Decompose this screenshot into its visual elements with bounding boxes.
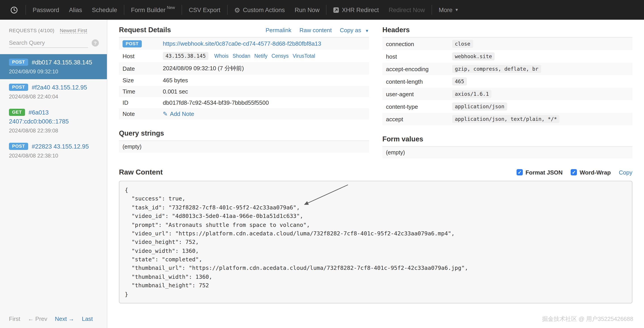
- gear-icon: ⚙: [234, 7, 240, 13]
- method-badge: POST: [122, 40, 142, 48]
- request-list-item[interactable]: POST #f2a40 43.155.12.95 2024/08/08 22:4…: [0, 79, 107, 104]
- table-row: content-length 465: [382, 75, 632, 88]
- search-row: ?: [0, 34, 107, 53]
- copy-button[interactable]: Copy: [619, 169, 632, 176]
- request-title: #6a013: [28, 109, 49, 116]
- nav-item-custom-actions[interactable]: ⚙ Custom Actions: [229, 7, 290, 13]
- top-navbar: Password Alias Schedule Form BuilderNew …: [0, 0, 644, 20]
- request-history-button[interactable]: [4, 6, 24, 14]
- word-wrap-checkbox[interactable]: [571, 169, 577, 175]
- table-row: Date 2024/08/09 09:32:10 (7 分钟前): [119, 62, 369, 75]
- virustotal-link[interactable]: VirusTotal: [293, 53, 315, 59]
- request-list-item[interactable]: POST #22823 43.155.12.95 2024/08/08 22:3…: [0, 138, 107, 163]
- watermark-text: 掘金技术社区 @ 用户35225426688: [542, 315, 633, 323]
- request-title: #f2a40 43.155.12.95: [32, 84, 87, 91]
- nav-divider: [227, 5, 228, 15]
- header-value: 465: [452, 77, 467, 86]
- nav-item-redirect-now[interactable]: Redirect Now: [384, 7, 430, 13]
- word-wrap-toggle[interactable]: Word-Wrap: [571, 169, 611, 176]
- format-json-checkbox[interactable]: [516, 169, 523, 175]
- nav-divider: [26, 5, 26, 15]
- table-row: Time 0.001 sec: [119, 86, 369, 97]
- nav-divider: [182, 5, 182, 15]
- add-note-button[interactable]: ✎Add Note: [163, 111, 194, 117]
- main-content: Request Details Permalink Raw content Co…: [107, 20, 644, 328]
- table-row: accept application/json, text/plain, */*: [382, 113, 632, 125]
- table-row: user-agent axios/1.6.1: [382, 88, 632, 100]
- id-label: ID: [119, 97, 159, 108]
- nav-item-run-now[interactable]: Run Now: [290, 7, 324, 13]
- date-label: Date: [119, 62, 159, 75]
- xhr-redirect-icon: [334, 7, 339, 13]
- nav-item-form-builder[interactable]: Form BuilderNew: [126, 7, 180, 13]
- app-root: Password Alias Schedule Form BuilderNew …: [0, 0, 644, 328]
- requests-counter: REQUESTS (4/100): [9, 28, 54, 33]
- request-details-title: Request Details: [119, 26, 171, 34]
- header-value: application/json: [452, 103, 507, 111]
- method-badge: POST: [9, 143, 28, 150]
- search-input[interactable]: [9, 38, 88, 48]
- request-list-item[interactable]: GET #6a013 2407:cdc0:b006::1785 2024/08/…: [0, 104, 107, 138]
- form-builder-label: Form Builder: [131, 7, 166, 13]
- table-row: connection close: [382, 38, 632, 50]
- method-badge: POST: [9, 84, 28, 91]
- note-label: Note: [119, 108, 159, 120]
- request-title: #db017 43.155.38.145: [32, 59, 92, 66]
- custom-actions-label: Custom Actions: [243, 7, 285, 13]
- netify-link[interactable]: Netify: [254, 53, 268, 59]
- request-list: POST #db017 43.155.38.145 2024/08/09 09:…: [0, 54, 107, 163]
- help-icon[interactable]: ?: [92, 39, 99, 47]
- header-name: connection: [382, 38, 448, 50]
- nav-item-password[interactable]: Password: [28, 7, 64, 13]
- nav-item-schedule[interactable]: Schedule: [87, 7, 122, 13]
- header-name: user-agent: [382, 88, 448, 100]
- sort-order-toggle[interactable]: Newest First: [60, 28, 87, 34]
- request-details-table: POST https://webhook.site/0c87ca0e-cd74-…: [119, 38, 369, 120]
- format-json-label: Format JSON: [526, 169, 562, 176]
- nav-item-more[interactable]: More ▼: [434, 7, 464, 13]
- whois-link[interactable]: Whois: [214, 53, 228, 59]
- query-strings-title: Query strings: [119, 129, 164, 137]
- copy-as-dropdown[interactable]: Copy as ▼: [340, 27, 369, 34]
- word-wrap-label: Word-Wrap: [580, 169, 611, 176]
- headers-table: connection close host webhook.site accep…: [382, 38, 632, 125]
- nav-divider: [432, 5, 432, 15]
- table-row: host webhook.site: [382, 50, 632, 63]
- permalink-link[interactable]: Permalink: [266, 27, 291, 34]
- header-name: host: [382, 50, 448, 63]
- nav-divider: [124, 5, 124, 15]
- form-values-empty: (empty): [382, 147, 632, 158]
- query-strings-empty: (empty): [119, 141, 369, 153]
- time-label: Time: [119, 86, 159, 97]
- request-list-item[interactable]: POST #db017 43.155.38.145 2024/08/09 09:…: [0, 54, 107, 79]
- request-date: 2024/08/08 22:39:08: [9, 128, 98, 134]
- pagination-prev[interactable]: ← Prev: [28, 315, 48, 322]
- host-label: Host: [119, 50, 159, 62]
- pagination-last[interactable]: Last: [82, 315, 93, 322]
- censys-link[interactable]: Censys: [272, 53, 289, 59]
- raw-content-section: Raw Content Format JSON Word-Wrap Copy {…: [119, 168, 632, 303]
- shodan-link[interactable]: Shodan: [232, 53, 250, 59]
- nav-item-alias[interactable]: Alias: [64, 7, 87, 13]
- raw-content-link[interactable]: Raw content: [300, 27, 332, 34]
- size-label: Size: [119, 75, 159, 86]
- nav-item-xhr-redirect[interactable]: XHR Redirect: [328, 7, 384, 13]
- pagination: First ← Prev Next → Last: [9, 315, 93, 322]
- host-value: 43.155.38.145: [163, 52, 208, 60]
- table-row: POST https://webhook.site/0c87ca0e-cd74-…: [119, 38, 369, 50]
- caret-down-icon: ▼: [455, 8, 459, 12]
- table-row: Note ✎Add Note: [119, 108, 369, 120]
- table-row: Host 43.155.38.145WhoisShodanNetifyCensy…: [119, 50, 369, 62]
- header-value: close: [452, 40, 473, 48]
- header-name: content-type: [382, 100, 448, 113]
- pagination-first[interactable]: First: [9, 315, 20, 322]
- format-json-toggle[interactable]: Format JSON: [516, 169, 562, 176]
- header-value: axios/1.6.1: [452, 90, 492, 98]
- nav-item-csv-export[interactable]: CSV Export: [184, 7, 225, 13]
- header-value: gzip, compress, deflate, br: [452, 65, 541, 73]
- request-url-link[interactable]: https://webhook.site/0c87ca0e-cd74-4577-…: [163, 40, 321, 47]
- request-details-column: Request Details Permalink Raw content Co…: [119, 26, 369, 158]
- pagination-next[interactable]: Next →: [55, 315, 74, 322]
- caret-down-icon: ▼: [365, 29, 369, 33]
- table-row: Size 465 bytes: [119, 75, 369, 86]
